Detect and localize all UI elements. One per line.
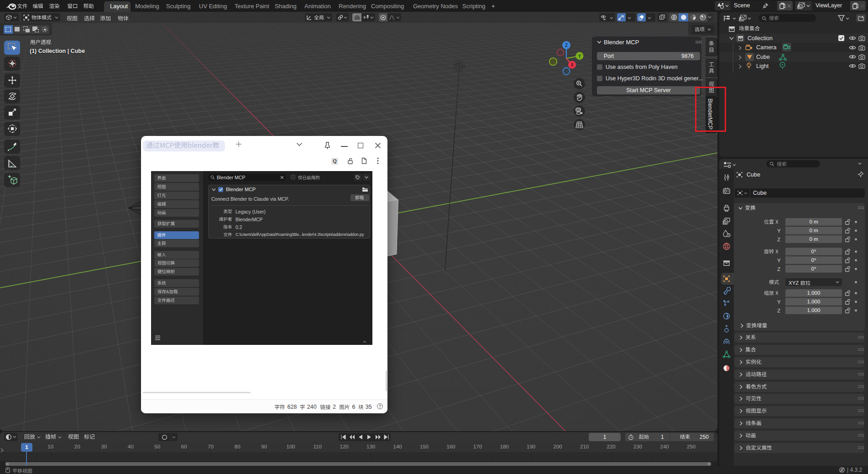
svg-text:Y: Y — [578, 54, 581, 59]
svg-text:Z: Z — [565, 43, 568, 48]
svg-text:X: X — [570, 63, 574, 68]
